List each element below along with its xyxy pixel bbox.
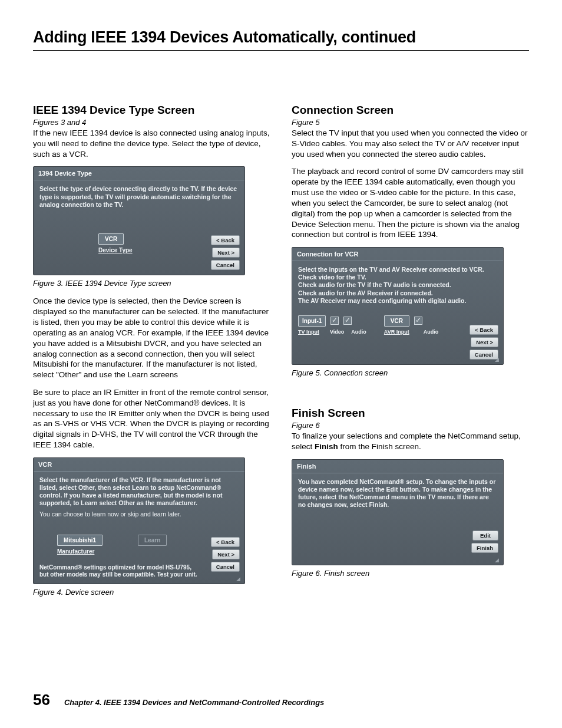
section-heading-device-type: IEEE 1394 Device Type Screen <box>33 104 270 117</box>
optimized-note-line1: NetCommand® settings optimized for model… <box>39 564 191 571</box>
chapter-label: Chapter 4. IEEE 1394 Devices and NetComm… <box>64 698 324 707</box>
device-type-field[interactable]: VCR <box>98 233 124 245</box>
instr-line: The AV Receiver may need configuring wit… <box>298 297 497 305</box>
next-button[interactable]: Next > <box>212 549 240 559</box>
cancel-button[interactable]: Cancel <box>470 350 498 360</box>
cancel-button[interactable]: Cancel <box>211 260 240 270</box>
optimized-note-line2: but other models may still be compatible… <box>39 571 197 578</box>
dialog-title: Connection for VCR <box>292 248 503 261</box>
finish-bold: Finish <box>315 442 338 451</box>
instr-line: Check audio for the AV Receiver if conne… <box>298 289 497 297</box>
instr-line: Check audio for the TV if the TV audio i… <box>298 281 497 289</box>
dialog-instructions: You have completed NetCommand® setup. To… <box>298 478 497 509</box>
resize-grip-icon: ◢ <box>236 576 242 582</box>
dialog-instructions: Select the manufacturer of the VCR. If t… <box>39 476 239 508</box>
figure6-caption: Figure 6. Finish screen <box>292 569 529 578</box>
page-title: Adding IEEE 1394 Devices Automatically, … <box>33 28 529 47</box>
audio-label-avr: Audio <box>424 329 439 335</box>
dialog-title: 1394 Device Type <box>34 167 244 180</box>
dialog-infoline: You can choose to learn now or skip and … <box>39 510 239 518</box>
manufacturer-label: Manufacturer <box>57 548 103 555</box>
figure-reference: Figure 6 <box>292 421 529 430</box>
title-rule <box>33 50 529 51</box>
audio-checkbox-avr[interactable] <box>414 317 422 325</box>
next-button[interactable]: Next > <box>471 337 498 347</box>
section-heading-finish: Finish Screen <box>292 407 529 420</box>
instr-line: Check video for the TV. <box>298 274 497 281</box>
body-paragraph: If the new IEEE 1394 device is also conn… <box>33 128 270 159</box>
section-heading-connection: Connection Screen <box>292 104 529 117</box>
resize-grip-icon: ◢ <box>495 557 501 563</box>
text-span: from the Finish screen. <box>338 442 421 451</box>
figure4-caption: Figure 4. Device screen <box>33 588 270 597</box>
body-paragraph: Once the device type is selected, then t… <box>33 296 270 380</box>
finish-button[interactable]: Finish <box>471 543 498 553</box>
body-paragraph: To finalize your selections and complete… <box>292 431 529 452</box>
dialog-instructions: Select the type of device connecting dir… <box>39 185 239 208</box>
resize-grip-icon: ◢ <box>495 357 501 363</box>
edit-button[interactable]: Edit <box>472 531 498 541</box>
dialog-title: VCR <box>34 458 244 472</box>
two-column-layout: IEEE 1394 Device Type Screen Figures 3 a… <box>33 104 529 605</box>
tv-input-label: TV Input <box>298 329 319 335</box>
video-checkbox[interactable] <box>330 317 339 325</box>
manufacturer-field[interactable]: Mitsubishi1 <box>57 535 103 546</box>
body-paragraph: Select the TV input that you used when y… <box>292 128 529 159</box>
video-label: Video <box>330 329 344 335</box>
audio-label: Audio <box>351 329 366 335</box>
figure-reference: Figures 3 and 4 <box>33 118 270 127</box>
dialog-connection: Connection for VCR Select the inputs on … <box>292 247 504 365</box>
dialog-device-type: 1394 Device Type Select the type of devi… <box>33 166 245 275</box>
dialog-finish: Finish You have completed NetCommand® se… <box>292 459 504 565</box>
next-button[interactable]: Next > <box>212 248 240 258</box>
instr-line: Select the inputs on the TV and AV Recei… <box>298 266 497 274</box>
avr-input-field[interactable]: VCR <box>384 315 409 327</box>
dialog-title: Finish <box>292 460 503 473</box>
figure5-caption: Figure 5. Connection screen <box>292 368 529 377</box>
avr-input-group: VCR AVR Input Audio <box>384 315 438 335</box>
back-button[interactable]: < Back <box>211 537 240 547</box>
avr-input-label: AVR Input <box>384 329 409 335</box>
figure-reference: Figure 5 <box>292 118 529 127</box>
back-button[interactable]: < Back <box>211 235 240 245</box>
tv-input-field[interactable]: Input-1 <box>298 315 326 327</box>
left-column: IEEE 1394 Device Type Screen Figures 3 a… <box>33 104 270 605</box>
body-paragraph: The playback and record control of some … <box>292 166 529 240</box>
right-column: Connection Screen Figure 5 Select the TV… <box>292 104 529 605</box>
figure3-caption: Figure 3. IEEE 1394 Device Type screen <box>33 279 270 288</box>
back-button[interactable]: < Back <box>470 325 498 335</box>
page-number: 56 <box>33 691 50 709</box>
cancel-button[interactable]: Cancel <box>211 562 240 572</box>
page-footer: 56 Chapter 4. IEEE 1394 Devices and NetC… <box>33 691 529 709</box>
body-paragraph: Be sure to place an IR Emitter in front … <box>33 387 270 450</box>
dialog-instructions: Select the inputs on the TV and AV Recei… <box>298 266 497 305</box>
learn-button[interactable]: Learn <box>138 535 167 546</box>
tv-input-group: Input-1 TV Input Video Audio <box>298 315 366 335</box>
audio-checkbox-tv[interactable] <box>343 317 352 325</box>
dialog-vcr-manufacturer: VCR Select the manufacturer of the VCR. … <box>33 457 245 584</box>
